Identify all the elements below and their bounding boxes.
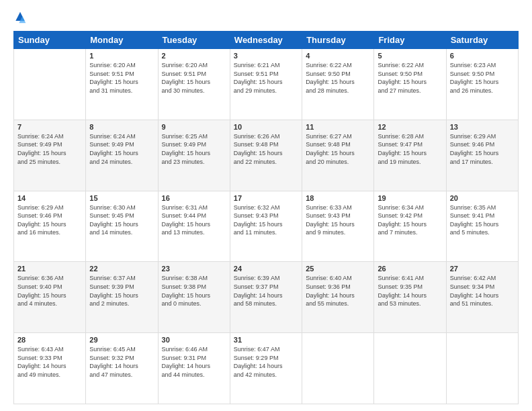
day-cell: 31Sunrise: 6:47 AM Sunset: 9:29 PM Dayli… <box>230 333 302 404</box>
day-info: Sunrise: 6:41 AM Sunset: 9:35 PM Dayligh… <box>378 274 442 308</box>
day-number: 16 <box>162 194 226 202</box>
day-number: 13 <box>450 123 515 131</box>
day-cell: 29Sunrise: 6:45 AM Sunset: 9:32 PM Dayli… <box>86 333 158 404</box>
week-row-0: 1Sunrise: 6:20 AM Sunset: 9:51 PM Daylig… <box>14 49 519 120</box>
day-number: 4 <box>306 52 370 60</box>
day-number: 17 <box>234 194 298 202</box>
day-number: 24 <box>234 265 298 273</box>
day-number: 30 <box>162 336 226 344</box>
day-info: Sunrise: 6:39 AM Sunset: 9:37 PM Dayligh… <box>234 274 298 308</box>
day-cell: 7Sunrise: 6:24 AM Sunset: 9:49 PM Daylig… <box>14 120 86 191</box>
day-cell: 12Sunrise: 6:28 AM Sunset: 9:47 PM Dayli… <box>374 120 446 191</box>
day-info: Sunrise: 6:21 AM Sunset: 9:51 PM Dayligh… <box>234 61 298 95</box>
day-cell: 17Sunrise: 6:32 AM Sunset: 9:43 PM Dayli… <box>230 191 302 262</box>
day-cell: 10Sunrise: 6:26 AM Sunset: 9:48 PM Dayli… <box>230 120 302 191</box>
day-cell: 1Sunrise: 6:20 AM Sunset: 9:51 PM Daylig… <box>86 49 158 120</box>
day-cell: 18Sunrise: 6:33 AM Sunset: 9:43 PM Dayli… <box>302 191 374 262</box>
weekday-header-friday: Friday <box>374 32 446 49</box>
day-cell <box>14 49 86 120</box>
header <box>13 11 519 24</box>
day-info: Sunrise: 6:40 AM Sunset: 9:36 PM Dayligh… <box>306 274 370 308</box>
day-cell: 24Sunrise: 6:39 AM Sunset: 9:37 PM Dayli… <box>230 262 302 333</box>
day-cell: 6Sunrise: 6:23 AM Sunset: 9:50 PM Daylig… <box>446 49 518 120</box>
day-cell <box>446 333 518 404</box>
week-row-1: 7Sunrise: 6:24 AM Sunset: 9:49 PM Daylig… <box>14 120 519 191</box>
weekday-header-tuesday: Tuesday <box>158 32 230 49</box>
weekday-header-saturday: Saturday <box>446 32 518 49</box>
calendar-table: SundayMondayTuesdayWednesdayThursdayFrid… <box>13 31 519 404</box>
day-number: 10 <box>234 123 298 131</box>
day-number: 8 <box>89 123 154 131</box>
day-info: Sunrise: 6:20 AM Sunset: 9:51 PM Dayligh… <box>89 61 154 95</box>
day-number: 14 <box>17 194 82 202</box>
day-info: Sunrise: 6:34 AM Sunset: 9:42 PM Dayligh… <box>378 203 442 237</box>
day-info: Sunrise: 6:20 AM Sunset: 9:51 PM Dayligh… <box>162 61 226 95</box>
day-cell: 23Sunrise: 6:38 AM Sunset: 9:38 PM Dayli… <box>158 262 230 333</box>
day-number: 1 <box>89 52 154 60</box>
page: SundayMondayTuesdayWednesdayThursdayFrid… <box>0 0 532 411</box>
day-info: Sunrise: 6:24 AM Sunset: 9:49 PM Dayligh… <box>89 132 154 166</box>
day-cell: 2Sunrise: 6:20 AM Sunset: 9:51 PM Daylig… <box>158 49 230 120</box>
day-cell: 22Sunrise: 6:37 AM Sunset: 9:39 PM Dayli… <box>86 262 158 333</box>
day-cell: 20Sunrise: 6:35 AM Sunset: 9:41 PM Dayli… <box>446 191 518 262</box>
day-number: 31 <box>234 336 298 344</box>
day-cell <box>302 333 374 404</box>
day-cell: 25Sunrise: 6:40 AM Sunset: 9:36 PM Dayli… <box>302 262 374 333</box>
day-cell: 16Sunrise: 6:31 AM Sunset: 9:44 PM Dayli… <box>158 191 230 262</box>
week-row-3: 21Sunrise: 6:36 AM Sunset: 9:40 PM Dayli… <box>14 262 519 333</box>
day-number: 19 <box>378 194 442 202</box>
day-cell: 4Sunrise: 6:22 AM Sunset: 9:50 PM Daylig… <box>302 49 374 120</box>
day-number: 7 <box>17 123 82 131</box>
day-info: Sunrise: 6:46 AM Sunset: 9:31 PM Dayligh… <box>162 345 226 379</box>
weekday-header-thursday: Thursday <box>302 32 374 49</box>
day-cell: 26Sunrise: 6:41 AM Sunset: 9:35 PM Dayli… <box>374 262 446 333</box>
day-info: Sunrise: 6:37 AM Sunset: 9:39 PM Dayligh… <box>89 274 154 308</box>
day-cell: 21Sunrise: 6:36 AM Sunset: 9:40 PM Dayli… <box>14 262 86 333</box>
day-number: 25 <box>306 265 370 273</box>
day-cell: 8Sunrise: 6:24 AM Sunset: 9:49 PM Daylig… <box>86 120 158 191</box>
weekday-header-monday: Monday <box>86 32 158 49</box>
day-number: 26 <box>378 265 442 273</box>
day-cell: 5Sunrise: 6:22 AM Sunset: 9:50 PM Daylig… <box>374 49 446 120</box>
week-row-4: 28Sunrise: 6:43 AM Sunset: 9:33 PM Dayli… <box>14 333 519 404</box>
day-number: 2 <box>162 52 226 60</box>
day-number: 29 <box>89 336 154 344</box>
day-number: 21 <box>17 265 82 273</box>
logo-icon <box>13 11 27 24</box>
day-info: Sunrise: 6:43 AM Sunset: 9:33 PM Dayligh… <box>17 345 82 379</box>
day-info: Sunrise: 6:24 AM Sunset: 9:49 PM Dayligh… <box>17 132 82 166</box>
day-number: 6 <box>450 52 515 60</box>
day-info: Sunrise: 6:47 AM Sunset: 9:29 PM Dayligh… <box>234 345 298 379</box>
day-number: 15 <box>89 194 154 202</box>
day-info: Sunrise: 6:36 AM Sunset: 9:40 PM Dayligh… <box>17 274 82 308</box>
day-cell: 11Sunrise: 6:27 AM Sunset: 9:48 PM Dayli… <box>302 120 374 191</box>
day-cell: 19Sunrise: 6:34 AM Sunset: 9:42 PM Dayli… <box>374 191 446 262</box>
day-number: 22 <box>89 265 154 273</box>
day-info: Sunrise: 6:27 AM Sunset: 9:48 PM Dayligh… <box>306 132 370 166</box>
logo <box>13 11 28 24</box>
day-info: Sunrise: 6:23 AM Sunset: 9:50 PM Dayligh… <box>450 61 515 95</box>
day-info: Sunrise: 6:26 AM Sunset: 9:48 PM Dayligh… <box>234 132 298 166</box>
day-info: Sunrise: 6:22 AM Sunset: 9:50 PM Dayligh… <box>306 61 370 95</box>
day-number: 23 <box>162 265 226 273</box>
weekday-header-row: SundayMondayTuesdayWednesdayThursdayFrid… <box>14 32 519 49</box>
day-cell: 3Sunrise: 6:21 AM Sunset: 9:51 PM Daylig… <box>230 49 302 120</box>
day-info: Sunrise: 6:30 AM Sunset: 9:45 PM Dayligh… <box>89 203 154 237</box>
day-cell: 15Sunrise: 6:30 AM Sunset: 9:45 PM Dayli… <box>86 191 158 262</box>
day-number: 20 <box>450 194 515 202</box>
day-info: Sunrise: 6:31 AM Sunset: 9:44 PM Dayligh… <box>162 203 226 237</box>
day-number: 12 <box>378 123 442 131</box>
day-info: Sunrise: 6:33 AM Sunset: 9:43 PM Dayligh… <box>306 203 370 237</box>
day-cell: 28Sunrise: 6:43 AM Sunset: 9:33 PM Dayli… <box>14 333 86 404</box>
weekday-header-wednesday: Wednesday <box>230 32 302 49</box>
day-info: Sunrise: 6:28 AM Sunset: 9:47 PM Dayligh… <box>378 132 442 166</box>
day-cell: 13Sunrise: 6:29 AM Sunset: 9:46 PM Dayli… <box>446 120 518 191</box>
day-cell: 30Sunrise: 6:46 AM Sunset: 9:31 PM Dayli… <box>158 333 230 404</box>
day-cell: 9Sunrise: 6:25 AM Sunset: 9:49 PM Daylig… <box>158 120 230 191</box>
day-number: 18 <box>306 194 370 202</box>
day-number: 3 <box>234 52 298 60</box>
day-info: Sunrise: 6:22 AM Sunset: 9:50 PM Dayligh… <box>378 61 442 95</box>
day-info: Sunrise: 6:45 AM Sunset: 9:32 PM Dayligh… <box>89 345 154 379</box>
day-number: 5 <box>378 52 442 60</box>
day-info: Sunrise: 6:38 AM Sunset: 9:38 PM Dayligh… <box>162 274 226 308</box>
